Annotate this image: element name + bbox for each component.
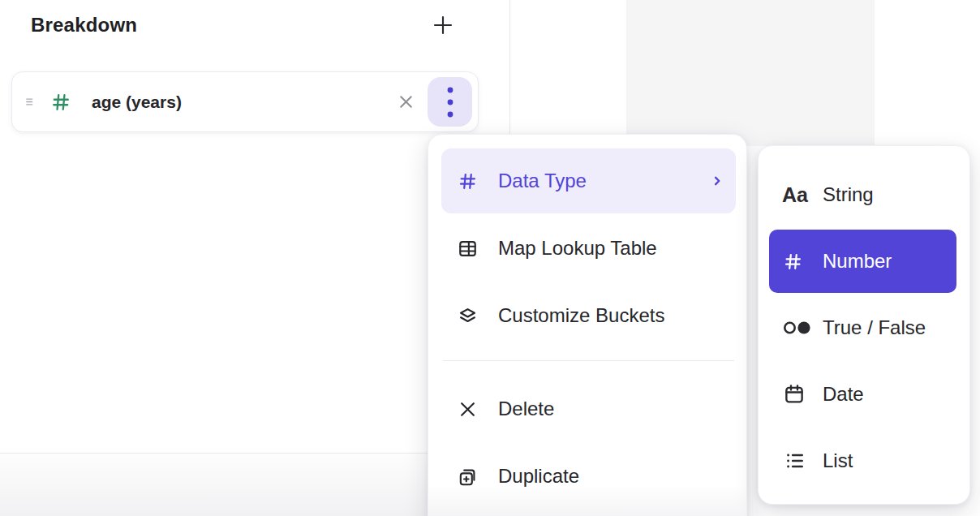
submenu-item-label: Date [823, 383, 864, 406]
submenu-item-true-false[interactable]: True / False [769, 296, 956, 359]
menu-item-duplicate[interactable]: Duplicate [441, 444, 736, 509]
menu-item-delete[interactable]: Delete [441, 376, 736, 441]
menu-item-label: Delete [498, 398, 554, 420]
submenu-item-list[interactable]: List [769, 429, 956, 492]
table-icon [457, 238, 479, 260]
menu-item-map-lookup-table[interactable]: Map Lookup Table [441, 216, 736, 281]
menu-divider [443, 360, 734, 361]
submenu-item-label: String [823, 183, 874, 206]
submenu-item-label: Number [823, 250, 892, 273]
menu-item-customize-buckets[interactable]: Customize Buckets [441, 283, 736, 348]
field-options-button[interactable] [428, 77, 472, 127]
drag-handle-icon[interactable] [24, 95, 38, 109]
menu-item-label: Data Type [498, 170, 587, 192]
menu-item-label: Duplicate [498, 465, 579, 488]
app-canvas: Breakdown age (years) [0, 0, 980, 516]
field-context-menu: Data Type Map Lookup Table Customize Buc… [428, 134, 747, 516]
plus-icon [431, 13, 455, 37]
text-aa-icon: Aa [782, 183, 813, 207]
menu-item-data-type[interactable]: Data Type [441, 148, 736, 213]
kebab-menu-icon [446, 85, 454, 119]
calendar-icon [782, 382, 813, 406]
submenu-item-label: List [823, 449, 853, 472]
page-title: Breakdown [31, 14, 137, 37]
submenu-item-number[interactable]: Number [769, 230, 956, 293]
close-icon [396, 92, 416, 112]
submenu-item-string[interactable]: Aa String [769, 163, 956, 226]
submenu-item-label: True / False [823, 316, 926, 339]
number-field-icon [49, 91, 72, 114]
menu-item-label: Map Lookup Table [498, 237, 657, 260]
field-name: age (years) [92, 92, 182, 112]
circles-icon [782, 317, 813, 338]
breakdown-field-chip[interactable]: age (years) [11, 71, 479, 132]
background-placeholder [626, 0, 875, 146]
stack-icon [457, 305, 479, 327]
list-icon [782, 449, 813, 472]
chevron-right-icon [710, 174, 724, 188]
x-icon [457, 398, 479, 420]
menu-item-label: Customize Buckets [498, 304, 664, 327]
data-type-submenu: Aa String Number True / False Date [758, 145, 970, 505]
hash-icon [782, 251, 813, 273]
add-breakdown-button[interactable] [428, 11, 458, 40]
remove-field-button[interactable] [392, 88, 419, 116]
copy-plus-icon [457, 466, 479, 488]
submenu-item-date[interactable]: Date [769, 363, 956, 426]
hash-icon [457, 170, 479, 192]
